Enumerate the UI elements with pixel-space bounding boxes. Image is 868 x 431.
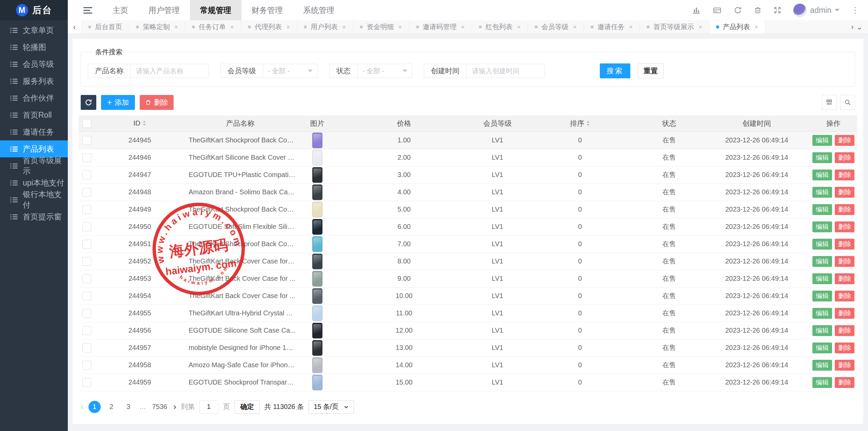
tab-2[interactable]: 任务订单×	[185, 20, 241, 34]
delete-button[interactable]: 删除	[835, 204, 854, 215]
edit-button[interactable]: 编辑	[812, 360, 832, 371]
sidebar-item-2[interactable]: 会员等级	[0, 56, 68, 73]
row-checkbox[interactable]	[82, 240, 91, 249]
edit-button[interactable]: 编辑	[812, 377, 832, 388]
sidebar-item-4[interactable]: 合作伙伴	[0, 90, 68, 106]
nav-item-4[interactable]: 系统管理	[293, 0, 344, 20]
delete-button[interactable]: 删除	[835, 273, 854, 284]
tab-close-icon[interactable]: ×	[461, 23, 465, 31]
tab-1[interactable]: 策略定制×	[129, 20, 185, 34]
tab-10[interactable]: 首页等级展示×	[640, 20, 709, 34]
edit-button[interactable]: 编辑	[812, 187, 832, 198]
trash-icon[interactable]	[754, 6, 762, 14]
status-select[interactable]: - 全部 -	[358, 64, 412, 78]
user-menu[interactable]: admin	[793, 3, 840, 17]
delete-button[interactable]: 删除	[835, 135, 854, 146]
add-button[interactable]: +添加	[101, 95, 135, 110]
tab-close-icon[interactable]: ×	[754, 23, 758, 31]
page-button-2[interactable]: 2	[105, 401, 118, 413]
edit-button[interactable]: 编辑	[812, 204, 832, 215]
tabs-scroll-left-icon[interactable]: ‹	[68, 20, 81, 34]
select-all-checkbox[interactable]	[82, 119, 91, 128]
row-checkbox[interactable]	[82, 188, 91, 197]
tab-close-icon[interactable]: ×	[629, 23, 633, 31]
delete-button[interactable]: 删除	[835, 187, 854, 198]
columns-filter-icon[interactable]	[822, 95, 837, 110]
edit-button[interactable]: 编辑	[812, 342, 832, 353]
delete-button[interactable]: 删除	[835, 291, 854, 301]
tab-close-icon[interactable]: ×	[398, 23, 402, 31]
sidebar-item-0[interactable]: 文章单页	[0, 22, 68, 39]
sidebar-item-3[interactable]: 服务列表	[0, 73, 68, 90]
edit-button[interactable]: 编辑	[812, 273, 832, 284]
tab-close-icon[interactable]: ×	[230, 23, 234, 31]
edit-button[interactable]: 编辑	[812, 239, 832, 250]
goto-page-input[interactable]	[199, 400, 218, 414]
search-button[interactable]: 搜索	[600, 63, 630, 78]
delete-button[interactable]: 删除	[835, 239, 854, 250]
tab-7[interactable]: 红包列表×	[472, 20, 528, 34]
row-checkbox[interactable]	[82, 205, 91, 214]
tab-6[interactable]: 邀请码管理×	[409, 20, 472, 34]
row-checkbox[interactable]	[82, 326, 91, 335]
page-size-select[interactable]: 15 条/页	[309, 400, 354, 414]
row-checkbox[interactable]	[82, 257, 91, 266]
row-checkbox[interactable]	[82, 309, 91, 318]
tab-close-icon[interactable]: ×	[698, 23, 702, 31]
tab-close-icon[interactable]: ×	[286, 23, 290, 31]
nav-item-2[interactable]: 常规管理	[190, 0, 241, 20]
member-level-select[interactable]: - 全部 -	[263, 64, 317, 78]
page-button-3[interactable]: 3	[122, 401, 135, 413]
sidebar-item-11[interactable]: 首页提示窗	[0, 208, 68, 225]
search-icon[interactable]	[840, 95, 855, 110]
nav-item-0[interactable]: 主页	[102, 0, 138, 20]
delete-button[interactable]: 删除	[835, 360, 854, 371]
sidebar-item-7[interactable]: 产品列表	[0, 140, 68, 157]
row-checkbox[interactable]	[82, 344, 91, 352]
row-checkbox[interactable]	[82, 274, 91, 283]
nav-item-3[interactable]: 财务管理	[241, 0, 293, 20]
tab-3[interactable]: 代理列表×	[241, 20, 297, 34]
delete-button[interactable]: 删除	[835, 221, 854, 232]
row-checkbox[interactable]	[82, 171, 91, 179]
row-checkbox[interactable]	[82, 292, 91, 300]
sidebar-item-1[interactable]: 轮播图	[0, 39, 68, 56]
avatar[interactable]	[793, 3, 807, 17]
confirm-button[interactable]: 确定	[235, 400, 260, 414]
fullscreen-icon[interactable]	[773, 6, 782, 14]
tab-close-icon[interactable]: ×	[342, 23, 346, 31]
page-button-1[interactable]: 1	[88, 401, 101, 413]
edit-button[interactable]: 编辑	[812, 170, 832, 180]
next-page-icon[interactable]: ›	[173, 401, 176, 412]
tab-0[interactable]: 后台首页	[81, 20, 129, 34]
reset-button[interactable]: 重置	[638, 63, 664, 78]
tab-5[interactable]: 资金明细×	[353, 20, 409, 34]
delete-button[interactable]: 删除	[835, 308, 854, 319]
row-checkbox[interactable]	[82, 378, 91, 387]
edit-button[interactable]: 编辑	[812, 325, 832, 336]
tabs-menu-icon[interactable]: ⌄	[856, 23, 863, 32]
tab-close-icon[interactable]: ×	[573, 23, 577, 31]
delete-button[interactable]: 删除	[835, 377, 854, 388]
sidebar-item-9[interactable]: upi本地支付	[0, 174, 68, 191]
refresh-button[interactable]	[81, 95, 96, 110]
product-name-input[interactable]	[131, 64, 209, 78]
sidebar-item-8[interactable]: 首页等级展示	[0, 157, 68, 174]
delete-button[interactable]: 删除	[835, 256, 854, 267]
tab-8[interactable]: 会员等级×	[528, 20, 584, 34]
edit-button[interactable]: 编辑	[812, 135, 832, 146]
menu-toggle-icon[interactable]	[83, 7, 92, 14]
refresh-icon[interactable]	[733, 6, 742, 15]
billing-card-icon[interactable]	[712, 6, 722, 15]
row-checkbox[interactable]	[82, 136, 91, 145]
col-header-5[interactable]: 排序	[526, 115, 634, 132]
row-checkbox[interactable]	[82, 153, 91, 162]
more-options-icon[interactable]: ⋮	[851, 5, 859, 15]
tab-close-icon[interactable]: ×	[517, 23, 521, 31]
nav-item-1[interactable]: 用户管理	[138, 0, 190, 20]
tab-9[interactable]: 邀请任务×	[584, 20, 640, 34]
delete-button[interactable]: 删除	[835, 342, 854, 353]
tab-4[interactable]: 用户列表×	[297, 20, 353, 34]
tab-close-icon[interactable]: ×	[174, 23, 178, 31]
bulk-delete-button[interactable]: 删除	[140, 95, 174, 110]
